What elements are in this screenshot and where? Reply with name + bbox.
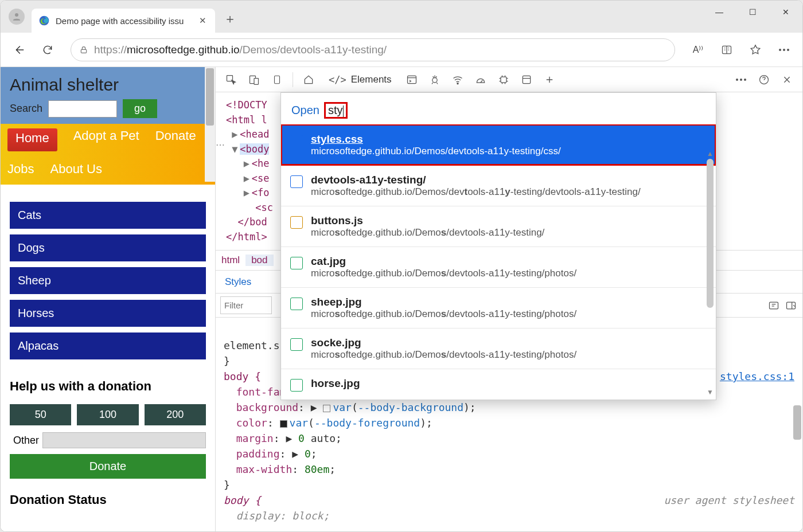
donate-50[interactable]: 50	[10, 404, 71, 425]
browser-toolbar: https://microsoftedge.github.io/Demos/de…	[1, 33, 802, 67]
maximize-button[interactable]: ☐	[736, 1, 769, 24]
browser-tab[interactable]: Demo page with accessibility issu ✕	[32, 9, 215, 33]
nav-home[interactable]: Home	[7, 128, 57, 151]
source-link[interactable]: styles.css:1	[720, 369, 794, 384]
open-dialog-scrollbar[interactable]	[707, 159, 714, 308]
folder-icon	[290, 175, 303, 188]
more-button[interactable]	[771, 37, 797, 62]
devtools-menu-button[interactable]	[730, 69, 752, 91]
category-list: Cats Dogs Sheep Horses Alpacas	[1, 185, 215, 365]
open-file-dialog: Open sty ▲ ▼ styles.css microsoftedge.gi…	[280, 92, 716, 400]
open-result-styles-css[interactable]: styles.css microsoftedge.github.io/Demos…	[281, 124, 716, 165]
svg-point-12	[432, 77, 436, 82]
go-button[interactable]: go	[123, 99, 157, 118]
image-icon	[290, 379, 303, 392]
nav-about[interactable]: About Us	[50, 162, 102, 177]
minimize-button[interactable]: —	[703, 1, 736, 24]
page-header: Animal shelter Search go	[1, 67, 215, 124]
donate-button[interactable]: Donate	[10, 454, 206, 479]
address-bar[interactable]: https://microsoftedge.github.io/Demos/de…	[71, 38, 675, 61]
profile-avatar[interactable]	[9, 9, 25, 25]
dom-overflow-icon[interactable]: ⋯	[216, 139, 225, 150]
new-tab-button[interactable]: ＋	[219, 7, 241, 30]
search-input[interactable]	[48, 100, 117, 118]
open-result-socke-jpg[interactable]: socke.jpg microsoftedge.github.io/Demos/…	[281, 328, 716, 369]
category-alpacas[interactable]: Alpacas	[10, 332, 206, 359]
tab-close-button[interactable]: ✕	[197, 15, 208, 26]
help-button[interactable]	[753, 69, 775, 91]
welcome-tab-icon[interactable]	[298, 69, 319, 91]
browser-window: Demo page with accessibility issu ✕ ＋ — …	[0, 0, 803, 532]
open-result-sheep-jpg[interactable]: sheep.jpg microsoftedge.github.io/Demos/…	[281, 287, 716, 328]
other-amount-input[interactable]	[42, 432, 206, 448]
script-icon	[290, 216, 303, 229]
styles-filter-input[interactable]	[220, 296, 272, 314]
open-result-folder[interactable]: devtools-a11y-testing/ microsoftedge.git…	[281, 165, 716, 206]
nav-adopt[interactable]: Adopt a Pet	[73, 128, 139, 151]
category-horses[interactable]: Horses	[10, 300, 206, 327]
category-sheep[interactable]: Sheep	[10, 267, 206, 294]
favorite-button[interactable]	[743, 37, 768, 62]
lock-icon	[79, 45, 88, 54]
category-dogs[interactable]: Dogs	[10, 234, 206, 261]
nav-donate[interactable]: Donate	[155, 128, 196, 151]
panel-icon[interactable]	[266, 69, 288, 91]
crumb-body[interactable]: bod	[245, 255, 273, 266]
open-result-buttons-js[interactable]: buttons.js microsoftedge.github.io/Demos…	[281, 206, 716, 247]
stylesheet-icon	[290, 135, 303, 147]
open-query-input[interactable]: sty	[324, 102, 348, 119]
scroll-up-icon[interactable]: ▲	[707, 150, 714, 158]
application-tab-icon[interactable]	[516, 69, 537, 91]
reading-view-button[interactable]	[714, 37, 739, 62]
svg-point-13	[457, 83, 458, 84]
svg-point-4	[779, 49, 781, 51]
sources-tab-icon[interactable]	[424, 69, 446, 91]
donate-100[interactable]: 100	[77, 404, 138, 425]
code-icon: </>	[329, 74, 346, 85]
crumb-html[interactable]: html	[216, 255, 245, 266]
styles-scrollbar[interactable]	[793, 405, 801, 440]
close-window-button[interactable]: ✕	[769, 1, 802, 24]
search-label: Search	[10, 103, 42, 115]
layout-pane-icon[interactable]	[785, 300, 797, 311]
devtools-toolbar: </> Elements	[216, 67, 802, 92]
other-label: Other	[13, 435, 39, 447]
open-result-cat-jpg[interactable]: cat.jpg microsoftedge.github.io/Demos/de…	[281, 247, 716, 287]
console-tab-icon[interactable]	[401, 69, 423, 91]
more-tabs-button[interactable]	[539, 69, 560, 91]
styles-tab[interactable]: Styles	[216, 276, 260, 288]
network-tab-icon[interactable]	[447, 69, 469, 91]
back-button[interactable]	[6, 37, 32, 62]
open-result-horse-jpg[interactable]: horse.jpg	[281, 369, 716, 400]
category-cats[interactable]: Cats	[10, 202, 206, 229]
svg-point-16	[736, 79, 738, 81]
image-icon	[290, 338, 303, 351]
url-text: https://microsoftedge.github.io/Demos/de…	[94, 44, 387, 56]
close-devtools-button[interactable]	[776, 69, 798, 91]
uas-label: user agent stylesheet	[664, 492, 794, 508]
svg-rect-2	[81, 49, 86, 53]
page-scrollbar[interactable]	[205, 67, 215, 182]
svg-rect-15	[523, 76, 530, 83]
page-title: Animal shelter	[10, 75, 206, 95]
svg-point-0	[15, 13, 18, 17]
refresh-button[interactable]	[35, 37, 60, 62]
page-viewport: Animal shelter Search go Home Adopt a Pe…	[1, 67, 215, 531]
image-icon	[290, 257, 303, 269]
tab-title: Demo page with accessibility issu	[56, 16, 184, 26]
scroll-down-icon[interactable]: ▼	[707, 388, 714, 396]
device-emulation-icon[interactable]	[243, 69, 265, 91]
elements-tab[interactable]: </> Elements	[321, 67, 400, 92]
open-results-list: ▲ ▼ styles.css microsoftedge.github.io/D…	[281, 124, 716, 400]
donate-200[interactable]: 200	[145, 404, 206, 425]
read-aloud-button[interactable]: A⁾⁾	[685, 37, 711, 62]
nav-jobs[interactable]: Jobs	[7, 162, 34, 177]
image-icon	[290, 298, 303, 310]
svg-point-5	[783, 49, 785, 51]
toggle-classes-icon[interactable]	[768, 300, 779, 311]
memory-tab-icon[interactable]	[493, 69, 514, 91]
edge-icon	[38, 15, 50, 26]
inspect-element-icon[interactable]	[220, 69, 242, 91]
performance-tab-icon[interactable]	[470, 69, 492, 91]
titlebar: Demo page with accessibility issu ✕ ＋ — …	[1, 1, 802, 33]
